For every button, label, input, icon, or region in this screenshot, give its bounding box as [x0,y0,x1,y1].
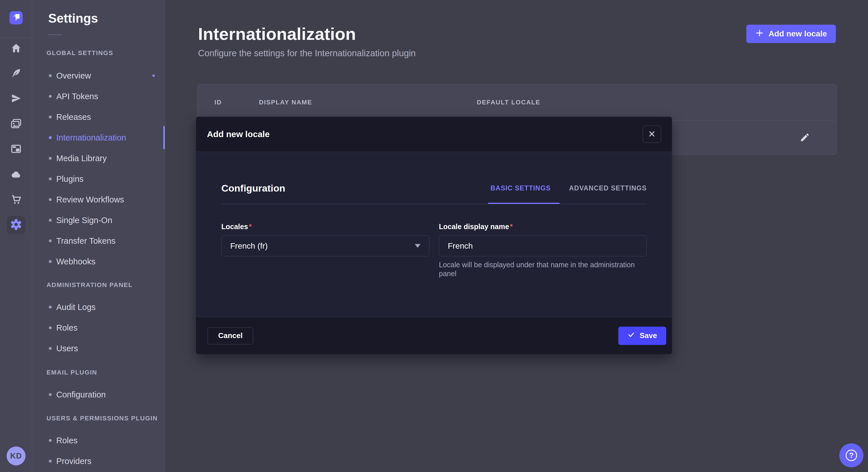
display-name-input-value: French [448,241,473,250]
locales-select-value: French (fr) [230,241,268,250]
required-asterisk: * [510,223,513,231]
tab-advanced-settings[interactable]: ADVANCED SETTINGS [569,184,647,192]
tab-basic-settings[interactable]: BASIC SETTINGS [491,184,551,192]
app: KD Settings GLOBAL SETTINGS Overview API… [0,0,868,472]
configuration-heading: Configuration [221,183,285,194]
modal-close-button[interactable] [643,126,661,143]
settings-tabs: BASIC SETTINGS ADVANCED SETTINGS [491,184,647,192]
locales-field-label: Locales* [221,222,429,231]
display-name-field-label: Locale display name* [439,222,647,231]
modal-body: Configuration BASIC SETTINGS ADVANCED SE… [196,152,672,317]
modal-header: Add new locale [196,117,672,152]
locales-select[interactable]: French (fr) [221,235,429,256]
tabs-divider [221,204,647,204]
cancel-button[interactable]: Cancel [208,327,253,344]
save-button-label: Save [640,331,657,340]
save-button[interactable]: Save [618,327,666,345]
modal-title: Add new locale [207,129,270,139]
chevron-down-icon [415,244,421,248]
close-icon [648,130,656,138]
active-tab-underline [488,203,560,204]
check-icon [627,331,635,340]
add-locale-modal: Add new locale Configuration BASIC SETTI… [196,117,672,354]
required-asterisk: * [249,223,252,231]
modal-footer: Cancel Save [196,317,672,354]
display-name-input[interactable]: French [439,235,647,256]
display-name-hint: Locale will be displayed under that name… [439,260,647,278]
